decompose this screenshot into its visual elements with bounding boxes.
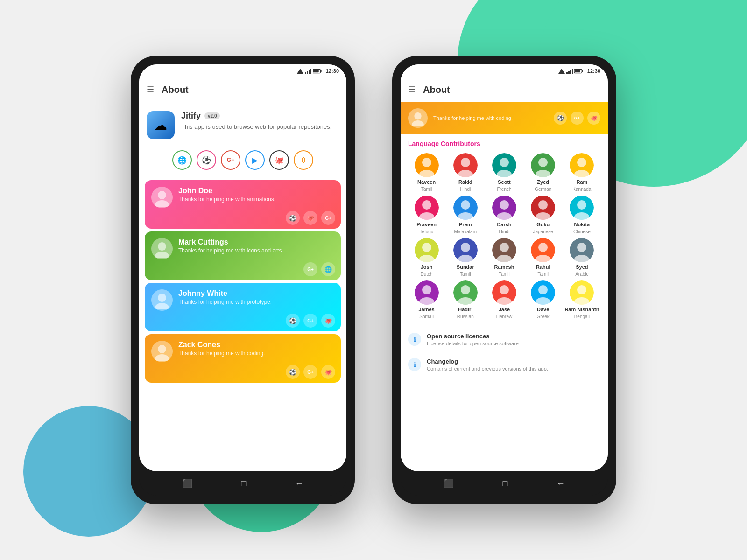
svg-point-54 (577, 200, 586, 210)
svg-rect-20 (572, 69, 573, 74)
card-socials-3: ⚽ G+ 🐙 (286, 365, 335, 379)
svg-point-75 (461, 285, 470, 294)
lang-person-5[interactable]: PraveenTelugu (408, 196, 445, 234)
card-gplus-1[interactable]: G+ (303, 262, 317, 276)
nav-home-2[interactable]: □ (503, 479, 508, 489)
card-avatar-0 (151, 187, 173, 208)
nav-recent-1[interactable]: ⬛ (182, 478, 192, 489)
info-row-licenses[interactable]: ℹ Open source licences License details f… (401, 327, 608, 352)
lang-person-6[interactable]: PremMalayalam (447, 196, 484, 234)
lang-person-1[interactable]: RakkiHindi (447, 153, 484, 192)
lang-name-5: Praveen (416, 222, 437, 227)
lang-person-2[interactable]: ScottFrench (486, 153, 522, 192)
lang-lang-6: Malayalam (454, 229, 477, 234)
svg-point-8 (158, 191, 166, 199)
lang-person-0[interactable]: NaveenTamil (408, 153, 445, 192)
svg-point-10 (158, 242, 166, 251)
card-info-1: Mark Cuttings Thanks for helping me with… (178, 238, 334, 254)
globe-button[interactable]: 🌐 (172, 150, 192, 170)
contributor-card-3[interactable]: Zack Cones Thanks for helping me with co… (145, 334, 341, 383)
app-description: This app is used to browse web for popul… (181, 123, 339, 131)
contributor-card-0[interactable]: John Doe Thanks for helping me with anim… (145, 180, 341, 229)
card-name-1: Mark Cuttings (178, 238, 334, 246)
contributor-card-2[interactable]: Johnny White Thanks for helping me with … (145, 283, 341, 331)
lang-avatar-10 (415, 238, 439, 262)
svg-point-39 (577, 158, 586, 167)
card-dribbble-3[interactable]: ⚽ (286, 365, 300, 379)
card-info-0: John Doe Thanks for helping me with anim… (178, 187, 334, 203)
card-globe-1[interactable]: 🌐 (321, 262, 335, 276)
nav-back-2[interactable]: ← (557, 479, 565, 489)
status-bar-2: 12:30 (401, 64, 608, 77)
lang-person-3[interactable]: ZyedGerman (525, 153, 562, 192)
app-icon-symbol: ☁ (154, 118, 167, 133)
lang-lang-8: Japanese (533, 229, 553, 234)
contributor-card-1[interactable]: Mark Cuttings Thanks for helping me with… (145, 231, 341, 280)
lang-person-17[interactable]: JaseHebrew (486, 280, 522, 319)
hamburger-menu-1[interactable]: ☰ (147, 84, 154, 95)
phone-2-screen: 12:30 ☰ About Thanks for helping me with… (401, 64, 608, 471)
hamburger-menu-2[interactable]: ☰ (408, 84, 416, 95)
lang-lang-2: French (497, 187, 511, 192)
top-card-github[interactable]: 🐙 (587, 112, 600, 125)
card-gplus-3[interactable]: G+ (303, 365, 317, 379)
nav-home-1[interactable]: □ (241, 479, 247, 489)
card-gplus-2[interactable]: G+ (303, 314, 317, 328)
gplus-button[interactable]: G+ (221, 150, 240, 170)
lang-lang-16: Russian (457, 314, 474, 319)
svg-rect-2 (307, 71, 308, 74)
lang-person-9[interactable]: NokitaChinese (564, 196, 600, 234)
lang-person-11[interactable]: SundarTamil (447, 238, 484, 277)
lang-person-13[interactable]: RahulTamil (525, 238, 562, 277)
svg-point-12 (158, 294, 166, 302)
lang-name-17: Jase (499, 307, 510, 312)
lang-person-14[interactable]: SyedArabic (564, 238, 600, 277)
card-github-0[interactable]: 🐙 (303, 211, 317, 225)
nav-recent-2[interactable]: ⬛ (444, 478, 454, 489)
lang-person-16[interactable]: HadiriRussian (447, 280, 484, 319)
card-info-2: Johnny White Thanks for helping me with … (178, 289, 334, 305)
top-bar-title-2: About (423, 84, 450, 95)
lang-person-12[interactable]: RameshTamil (486, 238, 522, 277)
top-card-dribbble[interactable]: ⚽ (554, 112, 567, 125)
lang-person-7[interactable]: DarshHindi (486, 196, 522, 234)
info-title-licenses: Open source licences (427, 333, 600, 340)
lang-person-18[interactable]: DaveGreek (525, 280, 562, 319)
nav-back-1[interactable]: ← (295, 479, 303, 489)
bitcoin-button[interactable]: ₿ (294, 150, 313, 170)
svg-point-30 (461, 158, 470, 167)
lang-person-15[interactable]: JamesSomali (408, 280, 445, 319)
card-gplus-0[interactable]: G+ (321, 211, 335, 225)
screen-content-2: Thanks for helping me with coding. ⚽ G+ … (401, 102, 608, 471)
svg-rect-22 (582, 70, 583, 72)
svg-point-11 (155, 252, 169, 258)
lang-person-8[interactable]: GokuJapanese (525, 196, 562, 234)
lang-name-4: Ram (576, 179, 587, 185)
card-desc-0: Thanks for helping me with animations. (178, 196, 334, 203)
top-card-partial[interactable]: Thanks for helping me with coding. ⚽ G+ … (401, 102, 608, 134)
lang-avatar-1 (453, 153, 478, 177)
card-socials-1: G+ 🌐 (303, 262, 335, 276)
github-button[interactable]: 🐙 (269, 150, 289, 170)
lang-person-19[interactable]: Ram NishanthBengali (564, 280, 600, 319)
lang-person-10[interactable]: JoshDutch (408, 238, 445, 277)
info-sub-licenses: License details for open source software (427, 341, 600, 346)
card-github-2[interactable]: 🐙 (321, 314, 335, 328)
card-dribbble-2[interactable]: ⚽ (286, 314, 300, 328)
top-card-gplus[interactable]: G+ (571, 112, 584, 125)
card-dribbble-0[interactable]: ⚽ (286, 211, 300, 225)
svg-point-78 (500, 285, 509, 294)
lang-person-4[interactable]: RamKannada (564, 153, 600, 192)
info-text-licenses: Open source licences License details for… (427, 333, 600, 346)
phone-1: 12:30 ☰ About ☁ Jitify v2.0 (131, 56, 355, 504)
top-bar-2: ☰ About (401, 77, 608, 102)
info-row-changelog[interactable]: ℹ Changelog Contains of current and prev… (401, 352, 608, 377)
dribbble-button[interactable]: ⚽ (197, 150, 216, 170)
share-button[interactable]: ▶ (245, 150, 265, 170)
app-info-text: Jitify v2.0 This app is used to browse w… (181, 111, 339, 131)
card-desc-2: Thanks for helping me with prototype. (178, 299, 334, 305)
svg-point-33 (500, 158, 509, 167)
lang-name-8: Goku (536, 222, 550, 227)
lang-name-10: Josh (421, 264, 433, 270)
card-github-3[interactable]: 🐙 (321, 365, 335, 379)
